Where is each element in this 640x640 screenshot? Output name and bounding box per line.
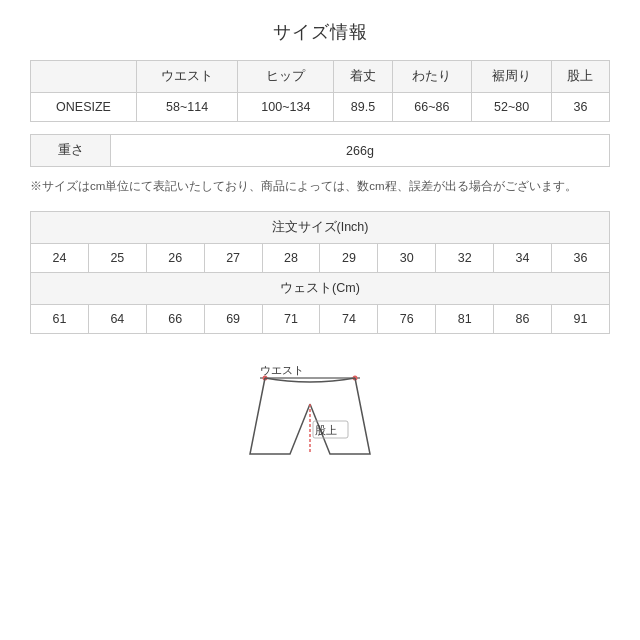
cell-size-name: ONESIZE: [31, 93, 137, 122]
inch-27: 27: [204, 244, 262, 273]
col-header-rise: 股上: [551, 61, 609, 93]
cm-76: 76: [378, 305, 436, 334]
size-table-header-row: ウエスト ヒップ 着丈 わたり 裾周り 股上: [31, 61, 610, 93]
order-section-header-row: 注文サイズ(Inch): [31, 212, 610, 244]
cell-hem: 52~80: [472, 93, 552, 122]
weight-value: 266g: [111, 135, 610, 167]
order-size-table: 注文サイズ(Inch) 24 25 26 27 28 29 30 32 34 3…: [30, 211, 610, 334]
col-header-thigh: わたり: [392, 61, 472, 93]
cm-91: 91: [552, 305, 610, 334]
size-table: ウエスト ヒップ 着丈 わたり 裾周り 股上 ONESIZE 58~114 10…: [30, 60, 610, 122]
cm-66: 66: [146, 305, 204, 334]
inch-34: 34: [494, 244, 552, 273]
inch-36: 36: [552, 244, 610, 273]
cm-86: 86: [494, 305, 552, 334]
col-header-waist: ウエスト: [137, 61, 238, 93]
col-header-hem: 裾周り: [472, 61, 552, 93]
cm-header-row: ウェスト(Cm): [31, 273, 610, 305]
weight-row: 重さ 266g: [31, 135, 610, 167]
inch-26: 26: [146, 244, 204, 273]
svg-text:ウエスト: ウエスト: [260, 364, 304, 376]
cell-length: 89.5: [334, 93, 392, 122]
page-title: サイズ情報: [30, 20, 610, 44]
cm-61: 61: [31, 305, 89, 334]
cell-waist: 58~114: [137, 93, 238, 122]
cm-64: 64: [88, 305, 146, 334]
inch-24: 24: [31, 244, 89, 273]
size-table-row: ONESIZE 58~114 100~134 89.5 66~86 52~80 …: [31, 93, 610, 122]
weight-label: 重さ: [31, 135, 111, 167]
inch-30: 30: [378, 244, 436, 273]
col-header-length: 着丈: [334, 61, 392, 93]
cm-74: 74: [320, 305, 378, 334]
cell-rise: 36: [551, 93, 609, 122]
garment-diagram: ウエスト 股上: [200, 364, 440, 474]
col-header-empty: [31, 61, 137, 93]
inch-28: 28: [262, 244, 320, 273]
cell-hip: 100~134: [238, 93, 334, 122]
col-header-hip: ヒップ: [238, 61, 334, 93]
inch-25: 25: [88, 244, 146, 273]
cm-section-header: ウェスト(Cm): [31, 273, 610, 305]
inch-32: 32: [436, 244, 494, 273]
cell-thigh: 66~86: [392, 93, 472, 122]
weight-table: 重さ 266g: [30, 134, 610, 167]
inch-29: 29: [320, 244, 378, 273]
note-text: ※サイズはcm単位にて表記いたしており、商品によっては、数cm程、誤差が出る場合…: [30, 177, 610, 195]
order-section-header: 注文サイズ(Inch): [31, 212, 610, 244]
cm-69: 69: [204, 305, 262, 334]
diagram-area: ウエスト 股上: [30, 354, 610, 494]
inch-row: 24 25 26 27 28 29 30 32 34 36: [31, 244, 610, 273]
svg-text:股上: 股上: [315, 424, 337, 436]
cm-81: 81: [436, 305, 494, 334]
cm-71: 71: [262, 305, 320, 334]
diagram-svg: ウエスト 股上: [200, 364, 440, 474]
cm-row: 61 64 66 69 71 74 76 81 86 91: [31, 305, 610, 334]
